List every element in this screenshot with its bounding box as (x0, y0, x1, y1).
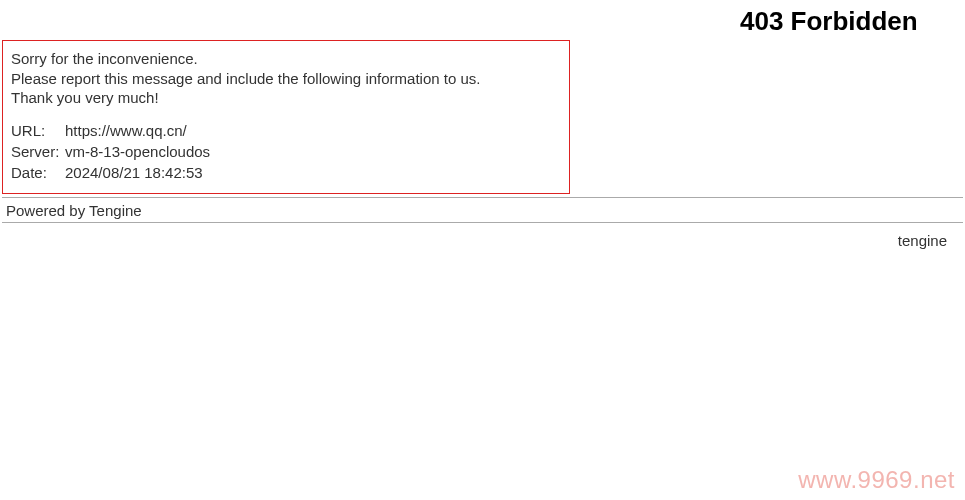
watermark: www.9969.net (798, 466, 955, 494)
apology-text: Sorry for the inconvenience. Please repo… (11, 49, 561, 108)
powered-by-text: Powered by Tengine (6, 202, 142, 219)
apology-line-1: Sorry for the inconvenience. (11, 49, 561, 69)
table-row: Date: 2024/08/21 18:42:53 (11, 162, 210, 183)
date-label: Date: (11, 162, 65, 183)
footer-server-name: tengine (898, 232, 947, 249)
page-title: 403 Forbidden (740, 6, 918, 37)
table-row: URL: https://www.qq.cn/ (11, 120, 210, 141)
error-box: Sorry for the inconvenience. Please repo… (2, 40, 570, 194)
url-label: URL: (11, 120, 65, 141)
date-value: 2024/08/21 18:42:53 (65, 162, 210, 183)
server-value: vm-8-13-opencloudos (65, 141, 210, 162)
info-table: URL: https://www.qq.cn/ Server: vm-8-13-… (11, 120, 210, 183)
apology-line-2: Please report this message and include t… (11, 69, 561, 89)
server-label: Server: (11, 141, 65, 162)
divider-bottom (2, 222, 963, 223)
apology-line-3: Thank you very much! (11, 88, 561, 108)
divider-top (2, 197, 963, 198)
table-row: Server: vm-8-13-opencloudos (11, 141, 210, 162)
url-value: https://www.qq.cn/ (65, 120, 210, 141)
